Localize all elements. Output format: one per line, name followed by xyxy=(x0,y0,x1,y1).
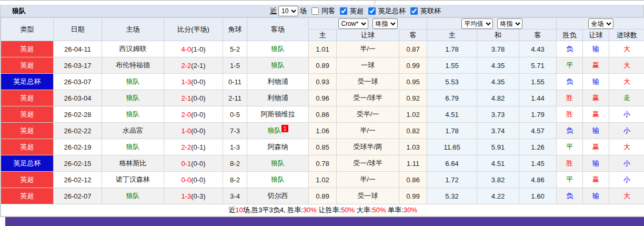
avg-source-select[interactable]: 平均值 xyxy=(461,18,493,29)
avg-home-odds: 5.32 xyxy=(427,188,477,204)
league-badge: 英超 xyxy=(1,172,54,188)
score-cell: 1-3(0-3) xyxy=(164,188,223,204)
sub-header-goals: 进球数 xyxy=(609,30,644,41)
full-time-score: 4-0 xyxy=(181,45,191,53)
title-bar: 狼队 近 10 场 同客 英超 英足总杯 英联杯 xyxy=(1,5,643,17)
avg-home-odds: 1.55 xyxy=(427,57,477,74)
matches-count-select[interactable]: 10 xyxy=(278,6,298,16)
col-header-away: 客场 xyxy=(247,18,309,41)
table-row: 英超26-02-12诺丁汉森林0-0(0-0)8-2狼队1.02半/一0.861… xyxy=(1,172,644,188)
handicap-odds-header: Crow* 终指 xyxy=(309,18,427,30)
table-row: 英超26-02-19狼队2-2(0-1)1-3阿森纳0.85受球半/两1.031… xyxy=(1,139,644,155)
table-row: 英足总杯26-02-15格林斯比0-1(0-0)8-2狼队0.78受一/球半1.… xyxy=(1,155,644,172)
top-strip xyxy=(0,0,644,5)
full-time-score: 2-2 xyxy=(181,143,191,151)
away-team: 狼队 xyxy=(247,57,309,74)
summary-stat-value: 50% xyxy=(341,206,355,214)
league-badge: 英超 xyxy=(1,90,54,106)
league-badge: 英超 xyxy=(1,57,54,74)
score-cell: 1-3(0-0) xyxy=(164,74,223,90)
period-select[interactable]: 全场 xyxy=(588,18,613,29)
handicap-home-odds: 0.78 xyxy=(309,155,337,172)
handicap-away-odds: 0.82 xyxy=(399,123,427,139)
same-away-label: 同客 xyxy=(321,6,335,16)
filter-controls: 近 10 场 同客 英超 英足总杯 英联杯 xyxy=(270,6,441,16)
sub-header-avg-home: 主 xyxy=(427,30,477,41)
full-time-score: 2-2 xyxy=(181,62,191,70)
red-card-badge: 1 xyxy=(281,125,288,132)
score-cell: 2-0(0-0) xyxy=(164,106,223,123)
avg-draw-odds: 3.78 xyxy=(477,41,519,57)
avg-draw-odds: 4.22 xyxy=(477,188,519,204)
handicap-line: 半/一 xyxy=(337,41,399,57)
handicap-home-odds: 0.85 xyxy=(309,139,337,155)
handicap-home-odds: 0.93 xyxy=(309,74,337,90)
league-checkbox-epl[interactable] xyxy=(340,7,347,15)
odds-time-select[interactable]: 终指 xyxy=(373,18,398,29)
col-header-corners: 角球 xyxy=(223,18,247,41)
half-time-score: (2-1) xyxy=(191,62,205,70)
match-date: 26-02-12 xyxy=(54,172,102,188)
home-team: 布伦特福德 xyxy=(102,57,164,74)
result-handicap: 输 xyxy=(583,41,609,57)
summary-stat-value: 50% xyxy=(372,206,386,214)
half-time-score: (1-0) xyxy=(191,45,205,53)
sub-header-avg-draw: 和 xyxy=(477,30,519,41)
avg-draw-odds: 4.51 xyxy=(477,155,519,172)
away-team: 阿森纳 xyxy=(247,139,309,155)
result-handicap: 赢 xyxy=(583,172,609,188)
avg-away-odds: 4.86 xyxy=(519,172,557,188)
home-team: 狼队 xyxy=(102,188,164,204)
full-time-score: 2-1 xyxy=(181,94,191,102)
table-row: 英超26-03-04狼队2-1(0-0)2-11利物浦0.96受一/球半0.92… xyxy=(1,90,644,106)
corners-score: 8-2 xyxy=(223,155,247,172)
result-handicap: 赢 xyxy=(583,90,609,106)
result-handicap: 输 xyxy=(583,74,609,90)
avg-draw-odds: 4.35 xyxy=(477,57,519,74)
corners-score: 8-2 xyxy=(223,172,247,188)
away-team: 切尔西 xyxy=(247,188,309,204)
corners-score: 5-2 xyxy=(223,41,247,57)
league-badge: 英超 xyxy=(1,139,54,155)
avg-home-odds: 1.78 xyxy=(427,41,477,57)
col-header-type: 类型 xyxy=(1,18,54,41)
league-checkbox-facup[interactable] xyxy=(368,7,376,15)
full-time-score: 1-3 xyxy=(181,78,191,86)
matches-suffix-label: 场 xyxy=(300,6,307,16)
handicap-home-odds: 0.96 xyxy=(309,90,337,106)
score-cell: 2-2(0-1) xyxy=(164,139,223,155)
result-goals: 大 xyxy=(609,188,644,204)
avg-time-select[interactable]: 终指 xyxy=(497,18,522,29)
avg-home-odds: 1.72 xyxy=(427,172,477,188)
result-goals: 大 xyxy=(609,139,644,155)
handicap-line: 受一球 xyxy=(337,74,399,90)
corners-score: 1-5 xyxy=(223,57,247,74)
result-handicap: 输 xyxy=(583,188,609,204)
recent-link[interactable]: 近 xyxy=(270,6,277,16)
half-time-score: (0-1) xyxy=(191,143,205,151)
avg-home-odds: 4.51 xyxy=(427,106,477,123)
top-strip-divider xyxy=(375,1,375,5)
result-wdl: 平 xyxy=(557,172,583,188)
avg-home-odds: 6.79 xyxy=(427,90,477,106)
result-handicap: 输 xyxy=(583,155,609,172)
result-wdl: 胜 xyxy=(557,90,583,106)
bottom-purple-bar xyxy=(5,217,644,226)
handicap-line: 受一球 xyxy=(337,188,399,204)
full-time-score: 0-1 xyxy=(181,160,191,168)
team-history-panel: 狼队 近 10 场 同客 英超 英足总杯 英联杯 xyxy=(0,0,644,226)
away-team: 利物浦 xyxy=(247,74,309,90)
league-checkbox-eflcup[interactable] xyxy=(410,7,418,15)
handicap-line: 一球 xyxy=(337,57,399,74)
same-away-checkbox[interactable] xyxy=(311,7,319,15)
odds-company-select[interactable]: Crow* xyxy=(338,18,368,29)
handicap-away-odds: 0.87 xyxy=(399,41,427,57)
avg-away-odds: 1.60 xyxy=(519,188,557,204)
avg-odds-header: 平均值 终指 xyxy=(427,18,557,30)
table-row: 英超26-02-28狼队2-0(0-0)0-5阿斯顿维拉0.86受半/一1.02… xyxy=(1,106,644,123)
score-cell: 4-0(1-0) xyxy=(164,41,223,57)
summary-stat-label: 让胜率: xyxy=(317,206,341,214)
handicap-line: 半/一 xyxy=(337,172,399,188)
match-date: 26-02-19 xyxy=(54,139,102,155)
avg-away-odds: 1.26 xyxy=(519,139,557,155)
